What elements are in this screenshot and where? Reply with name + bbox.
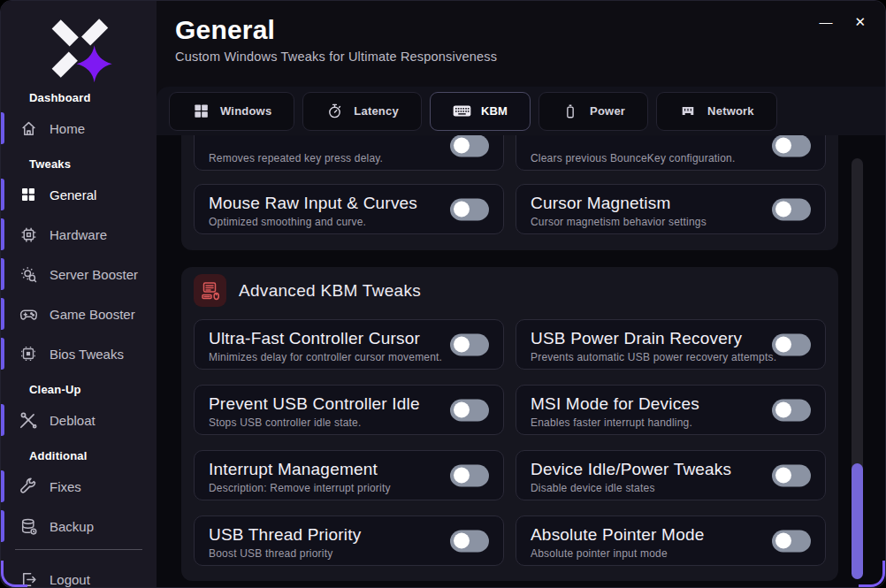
tweak-toggle[interactable] bbox=[450, 333, 489, 355]
tweak-description: Optimized smoothing and curve. bbox=[209, 216, 439, 228]
sidebar-item-home[interactable]: Home bbox=[1, 111, 157, 145]
advanced-kbm-panel: Advanced KBM Tweaks Ultra-Fast Controlle… bbox=[181, 267, 838, 581]
sidebar-item-server-booster[interactable]: Server Booster bbox=[1, 257, 157, 291]
sidebar-item-fixes[interactable]: Fixes bbox=[1, 470, 157, 503]
toggle-knob bbox=[775, 138, 791, 154]
minimize-button[interactable]: — bbox=[819, 14, 832, 30]
toggle-knob bbox=[454, 402, 470, 418]
tweak-card-clipped: Removes repeated key press delay. bbox=[194, 135, 504, 171]
logout-icon bbox=[19, 569, 38, 588]
sidebar-divider bbox=[15, 549, 142, 550]
close-button[interactable]: ✕ bbox=[854, 14, 866, 30]
sidebar-item-logout[interactable]: Logout bbox=[1, 562, 157, 588]
main-area: General Custom Windows Tweaks for Ultima… bbox=[157, 1, 885, 587]
tweak-description: Stops USB controller idle state. bbox=[209, 416, 439, 429]
sidebar-section: Clean-Up Debloat bbox=[1, 383, 157, 437]
tweak-toggle[interactable] bbox=[772, 135, 811, 157]
tweak-toggle[interactable] bbox=[772, 333, 811, 355]
tweak-description: Enables faster interrupt handling. bbox=[531, 416, 761, 429]
window-controls: — ✕ bbox=[819, 14, 866, 30]
toggle-knob bbox=[775, 533, 791, 549]
sidebar-bottom: Logout bbox=[1, 549, 157, 588]
tab-windows[interactable]: Windows bbox=[169, 92, 294, 131]
tweak-toggle[interactable] bbox=[450, 530, 489, 552]
tweak-title: Absolute Pointer Mode bbox=[531, 523, 761, 546]
tab-latency[interactable]: Latency bbox=[302, 92, 422, 131]
tweak-card-msi-mode-for-devices: MSI Mode for Devices Enables faster inte… bbox=[516, 385, 826, 435]
titlebar: General Custom Windows Tweaks for Ultima… bbox=[157, 1, 885, 87]
tweak-toggle[interactable] bbox=[450, 135, 489, 157]
tweak-title: Ultra-Fast Controller Cursor bbox=[209, 327, 439, 350]
tweak-card-mouse-raw-input-curves: Mouse Raw Input & Curves Optimized smoot… bbox=[194, 184, 504, 234]
server-booster-icon bbox=[19, 264, 38, 284]
tweak-description: Absolute pointer input mode bbox=[531, 547, 761, 560]
sidebar-item-general[interactable]: General bbox=[1, 178, 157, 211]
tweak-card-ultra-fast-controller-cursor: Ultra-Fast Controller Cursor Minimizes d… bbox=[194, 319, 504, 370]
tweak-description: Minimizes delay for controller cursor mo… bbox=[209, 351, 439, 363]
tweak-description: Description: Remove interrupt priority bbox=[209, 482, 439, 494]
grid-icon bbox=[19, 185, 38, 204]
scrollbar-thumb[interactable] bbox=[852, 463, 863, 579]
bios-icon bbox=[19, 344, 38, 363]
debloat-tools-icon bbox=[19, 410, 38, 430]
kbm-tweaks-panel: Removes repeated key press delay. Clears… bbox=[181, 135, 838, 250]
sidebar-item-bios-tweaks[interactable]: Bios Tweaks bbox=[1, 337, 157, 370]
scrollbar-track[interactable] bbox=[852, 158, 863, 579]
tweak-card-prevent-usb-controller-idle: Prevent USB Controller Idle Stops USB co… bbox=[194, 385, 504, 435]
tweak-title: Interrupt Management bbox=[209, 458, 439, 481]
tweak-card-interrupt-management: Interrupt Management Description: Remove… bbox=[194, 450, 504, 500]
tweak-toggle[interactable] bbox=[772, 198, 811, 220]
tweak-toggle[interactable] bbox=[772, 464, 811, 486]
toggle-knob bbox=[454, 138, 470, 154]
chip-icon bbox=[19, 225, 38, 244]
tweak-toggle[interactable] bbox=[450, 198, 489, 220]
tweak-title bbox=[531, 135, 761, 151]
tweak-title: Mouse Raw Input & Curves bbox=[209, 192, 439, 215]
toggle-knob bbox=[775, 468, 791, 484]
keyboard-icon bbox=[453, 103, 470, 120]
tweak-title: Prevent USB Controller Idle bbox=[209, 393, 439, 416]
wrench-icon bbox=[19, 477, 38, 496]
sidebar-item-game-booster[interactable]: Game Booster bbox=[1, 297, 157, 331]
tab-kbm[interactable]: KBM bbox=[430, 92, 531, 131]
toggle-knob bbox=[454, 337, 470, 353]
sidebar-item-debloat[interactable]: Debloat bbox=[1, 403, 157, 437]
tweak-title: USB Power Drain Recovery bbox=[531, 327, 761, 350]
tab-bar: Windows Latency KBM Power Network bbox=[157, 87, 885, 135]
sidebar-item-backup[interactable]: Backup bbox=[1, 509, 157, 543]
section-label-clean-up: Clean-Up bbox=[29, 383, 157, 396]
tweak-card-cursor-magnetism: Cursor Magnetism Cursor magnetism behavi… bbox=[516, 184, 826, 234]
advanced-section-header: Advanced KBM Tweaks bbox=[194, 274, 826, 307]
tweak-description: Disable device idle states bbox=[531, 482, 761, 494]
sidebar-section: Dashboard Home bbox=[1, 91, 157, 145]
tweak-toggle[interactable] bbox=[450, 399, 489, 421]
tab-power[interactable]: Power bbox=[538, 92, 648, 131]
sidebar-section: Tweaks General Hardware Server Booster G… bbox=[1, 157, 157, 370]
kbm-cards-grid: Removes repeated key press delay. Clears… bbox=[194, 135, 826, 234]
section-label-additional: Additional bbox=[29, 449, 157, 462]
tweak-toggle[interactable] bbox=[772, 530, 811, 552]
content-area: Removes repeated key press delay. Clears… bbox=[157, 135, 885, 587]
toggle-knob bbox=[775, 402, 791, 418]
section-label-tweaks: Tweaks bbox=[29, 157, 157, 171]
section-label-dashboard: Dashboard bbox=[29, 91, 157, 104]
tab-network[interactable]: Network bbox=[656, 92, 777, 131]
tweak-toggle[interactable] bbox=[450, 464, 489, 486]
tweak-description: Cursor magnetism behavior settings bbox=[531, 216, 761, 228]
home-icon bbox=[19, 118, 38, 138]
sidebar-item-hardware[interactable]: Hardware bbox=[1, 218, 157, 251]
logout-label: Logout bbox=[50, 572, 90, 587]
toggle-knob bbox=[454, 468, 470, 484]
sidebar: Dashboard Home Tweaks General Hardware S… bbox=[1, 1, 157, 587]
windows-grid-icon bbox=[192, 103, 210, 120]
tweak-toggle[interactable] bbox=[772, 399, 811, 421]
sidebar-section: Additional Fixes Backup bbox=[1, 449, 157, 543]
tweak-title bbox=[209, 135, 439, 151]
tweak-card-clipped: Clears previous BounceKey configuration. bbox=[516, 135, 826, 171]
advanced-kbm-icon bbox=[194, 274, 226, 307]
tweak-title: Device Idle/Power Tweaks bbox=[531, 458, 761, 481]
tweak-card-absolute-pointer-mode: Absolute Pointer Mode Absolute pointer i… bbox=[516, 515, 826, 566]
tweak-description: Boost USB thread priority bbox=[209, 547, 439, 560]
tweak-description: Prevents automatic USB power recovery at… bbox=[531, 351, 761, 363]
page-title: General bbox=[175, 13, 885, 46]
